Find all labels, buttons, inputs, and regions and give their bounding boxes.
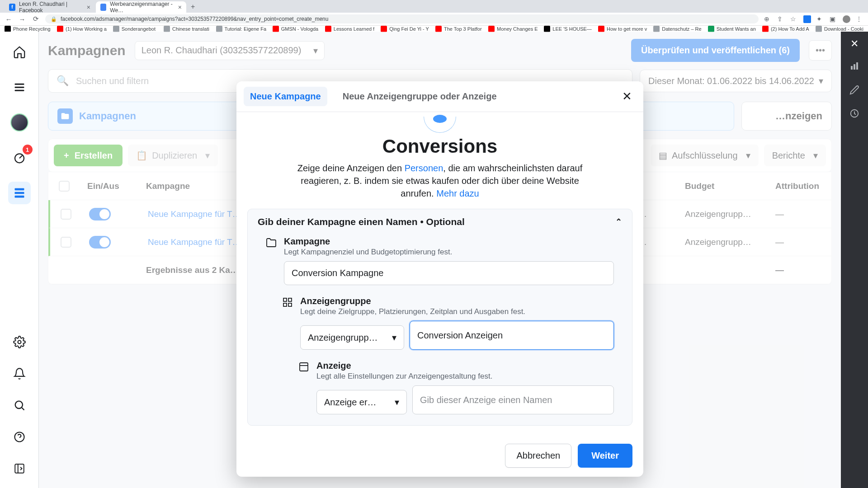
- level-ad-desc: Legt alle Einstellungen zur Anzeigengest…: [316, 372, 614, 381]
- learn-more-link[interactable]: Mehr dazu: [436, 188, 479, 198]
- close-icon[interactable]: ✕: [850, 38, 859, 50]
- bookmark[interactable]: Sonderangebot …: [113, 26, 157, 32]
- youtube-icon: [273, 26, 279, 32]
- svg-rect-19: [856, 62, 858, 70]
- bookmark[interactable]: GMSN - Vologda…: [273, 26, 319, 32]
- svg-rect-15: [283, 303, 287, 306]
- adgroup-action-select[interactable]: Anzeigengrupp…▾: [300, 325, 404, 350]
- clock-icon[interactable]: [849, 108, 859, 121]
- extensions-icon[interactable]: ✦: [816, 15, 824, 23]
- svg-point-9: [14, 432, 24, 442]
- bell-icon[interactable]: [8, 362, 31, 385]
- grid-icon[interactable]: [8, 182, 31, 204]
- conversions-icon: [424, 117, 456, 133]
- chart-icon[interactable]: [849, 61, 860, 74]
- svg-rect-18: [854, 64, 855, 70]
- modal-tab-new-campaign[interactable]: Neue Kampagne: [244, 87, 327, 106]
- bookmark-icon: [653, 26, 660, 32]
- notification-badge: 1: [23, 145, 33, 155]
- ad-action-select[interactable]: Anzeige er…▾: [316, 390, 407, 414]
- ads-favicon: [100, 4, 106, 11]
- home-icon[interactable]: [8, 41, 31, 63]
- chevron-down-icon: ▾: [395, 397, 399, 408]
- level-ad-title: Anzeige: [316, 361, 614, 371]
- level-adgroup-title: Anzeigengruppe: [300, 296, 614, 306]
- bookmark[interactable]: LEE 'S HOUSE—…: [544, 26, 592, 32]
- naming-section-header[interactable]: Gib deiner Kampagne einen Namen • Option…: [248, 209, 632, 235]
- close-icon[interactable]: ✕: [618, 88, 636, 106]
- edit-icon[interactable]: [849, 85, 859, 98]
- bookmark[interactable]: Download - Cooki…: [816, 26, 863, 32]
- campaign-name-input[interactable]: [284, 261, 614, 285]
- naming-section-title: Gib deiner Kampagne einen Namen • Option…: [258, 216, 465, 227]
- browser-tab[interactable]: f Leon R. Chaudhari | Facebook ×: [5, 1, 95, 13]
- bookmark[interactable]: How to get more v…: [598, 26, 647, 32]
- facebook-extension-icon[interactable]: [803, 15, 811, 23]
- bookmark[interactable]: (1) How Working a…: [57, 26, 107, 32]
- svg-point-8: [15, 401, 22, 408]
- gear-icon[interactable]: [8, 331, 31, 353]
- menu-icon[interactable]: [8, 76, 31, 99]
- next-button[interactable]: Weiter: [578, 444, 632, 468]
- right-rail: ✕: [841, 32, 868, 488]
- search-icon[interactable]: [8, 394, 31, 417]
- modal-tabs: Neue Kampagne Neue Anzeigengruppe oder A…: [236, 81, 643, 112]
- bookmark[interactable]: (2) How To Add A…: [762, 26, 809, 32]
- menu-icon[interactable]: ⋮: [856, 15, 863, 23]
- bookmark[interactable]: Qing Fei De Yi - Y…: [381, 26, 429, 32]
- share-icon[interactable]: ⇪: [777, 15, 785, 23]
- bookmark-icon: [816, 26, 822, 32]
- bookmark[interactable]: Tutorial: Eigene Fa…: [216, 26, 266, 32]
- zoom-icon[interactable]: ⊕: [764, 15, 772, 23]
- reload-icon[interactable]: ⟳: [32, 15, 40, 23]
- chevron-down-icon: ▾: [392, 332, 396, 343]
- bookmark-icon: [708, 26, 714, 32]
- forward-icon[interactable]: →: [18, 15, 26, 23]
- bookmark[interactable]: Lessons Learned f…: [325, 26, 374, 32]
- help-icon[interactable]: [8, 426, 31, 448]
- adgroup-name-input[interactable]: [410, 321, 614, 350]
- bookmark[interactable]: Chinese translati…: [164, 26, 210, 32]
- gauge-icon[interactable]: 1: [8, 146, 31, 169]
- objective-title: Conversions: [247, 136, 632, 157]
- back-icon[interactable]: ←: [5, 15, 13, 23]
- browser-tab-bar: f Leon R. Chaudhari | Facebook × Werbean…: [0, 0, 868, 13]
- svg-rect-16: [300, 363, 308, 371]
- close-icon[interactable]: ×: [178, 4, 182, 11]
- new-tab-button[interactable]: +: [187, 1, 198, 13]
- chevron-up-icon: ⌃: [615, 217, 622, 227]
- cancel-button[interactable]: Abbrechen: [505, 444, 571, 468]
- youtube-icon: [598, 26, 604, 32]
- svg-rect-13: [288, 298, 292, 301]
- star-icon[interactable]: ☆: [790, 15, 798, 23]
- bookmark-icon: [164, 26, 170, 32]
- account-avatar[interactable]: [8, 111, 31, 134]
- bookmark[interactable]: Phone Recycling…: [5, 26, 51, 32]
- youtube-icon: [435, 26, 442, 32]
- svg-rect-1: [14, 87, 24, 88]
- modal-tab-new-group[interactable]: Neue Anzeigengruppe oder Anzeige: [336, 87, 503, 106]
- bookmark-icon: [216, 26, 222, 32]
- profile-avatar[interactable]: [843, 15, 850, 23]
- bookmark[interactable]: Money Changes E…: [488, 26, 538, 32]
- close-icon[interactable]: ×: [87, 4, 90, 11]
- youtube-icon: [488, 26, 495, 32]
- tab-label: Leon R. Chaudhari | Facebook: [19, 1, 83, 14]
- browser-nav-actions: ⊕ ⇪ ☆ ✦ ▣ ⋮: [764, 15, 863, 23]
- level-campaign-desc: Legt Kampagnenziel und Budgetoptimierung…: [284, 248, 614, 257]
- bookmark[interactable]: Student Wants an…: [708, 26, 756, 32]
- svg-rect-0: [14, 84, 24, 85]
- bookmark[interactable]: Datenschutz – Re…: [653, 26, 702, 32]
- collapse-icon[interactable]: [8, 457, 31, 480]
- ad-name-input[interactable]: [412, 385, 614, 414]
- url-bar[interactable]: 🔒 facebook.com/adsmanager/manage/campaig…: [45, 14, 759, 23]
- browser-tab-active[interactable]: Werbeanzeigenmanager - We… ×: [96, 1, 186, 13]
- youtube-icon: [762, 26, 769, 32]
- persons-link[interactable]: Personen: [405, 163, 443, 173]
- youtube-icon: [57, 26, 63, 32]
- bookmark[interactable]: The Top 3 Platfor…: [435, 26, 482, 32]
- objective-description: Zeige deine Anzeigen den Personen, die a…: [291, 162, 589, 200]
- youtube-icon: [381, 26, 387, 32]
- tabs-icon[interactable]: ▣: [830, 15, 837, 23]
- bookmark-icon: [5, 26, 11, 32]
